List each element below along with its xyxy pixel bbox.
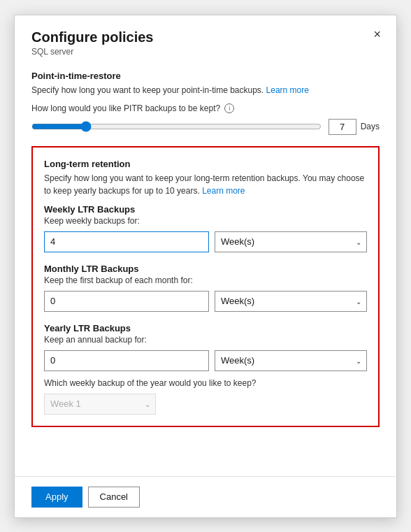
yearly-ltr-title: Yearly LTR Backups bbox=[44, 323, 367, 333]
which-week-label: Which weekly backup of the year would yo… bbox=[44, 378, 367, 388]
dialog-title: Configure policies bbox=[31, 29, 380, 45]
configure-policies-dialog: × Configure policies SQL server Point-in… bbox=[14, 15, 397, 518]
weekly-ltr-desc: Keep weekly backups for: bbox=[44, 216, 367, 226]
monthly-ltr-value-input[interactable] bbox=[44, 291, 209, 312]
weekly-ltr-title: Weekly LTR Backups bbox=[44, 204, 367, 215]
cancel-button[interactable]: Cancel bbox=[88, 487, 140, 508]
monthly-ltr-desc: Keep the first backup of each month for: bbox=[44, 275, 367, 285]
yearly-ltr-value-input[interactable] bbox=[44, 350, 209, 371]
week1-select-wrap: Week 1 Week 2 Week 3 Week 4 ⌄ bbox=[44, 394, 156, 415]
close-button[interactable]: × bbox=[370, 27, 384, 42]
week1-select: Week 1 Week 2 Week 3 Week 4 bbox=[44, 394, 156, 415]
pitr-description: Specify how long you want to keep your p… bbox=[31, 84, 380, 96]
pitr-section-title: Point-in-time-restore bbox=[31, 71, 380, 81]
yearly-ltr-unit-wrap: Week(s) Month(s) Year(s) ⌄ bbox=[215, 350, 367, 371]
ltr-title: Long-term retention bbox=[44, 159, 367, 169]
weekly-ltr-subsection: Weekly LTR Backups Keep weekly backups f… bbox=[44, 204, 367, 252]
weekly-ltr-unit-select[interactable]: Week(s) Month(s) Year(s) bbox=[215, 231, 367, 252]
monthly-ltr-subsection: Monthly LTR Backups Keep the first backu… bbox=[44, 264, 367, 312]
ltr-learn-more-link[interactable]: Learn more bbox=[202, 186, 245, 196]
yearly-ltr-desc: Keep an annual backup for: bbox=[44, 335, 367, 345]
pitr-question: How long would you like PITR backups to … bbox=[31, 103, 380, 113]
ltr-section: Long-term retention Specify how long you… bbox=[31, 146, 380, 427]
monthly-ltr-unit-wrap: Week(s) Month(s) Year(s) ⌄ bbox=[215, 291, 367, 312]
pitr-slider-row: Days bbox=[31, 119, 380, 135]
weekly-ltr-value-input[interactable] bbox=[44, 231, 209, 252]
dialog-header: Configure policies SQL server bbox=[15, 15, 396, 65]
weekly-ltr-input-row: Week(s) Month(s) Year(s) ⌄ bbox=[44, 231, 367, 252]
dialog-content: Point-in-time-restore Specify how long y… bbox=[15, 65, 396, 476]
pitr-days-label: Days bbox=[361, 122, 380, 131]
dialog-subtitle: SQL server bbox=[31, 47, 380, 57]
ltr-description: Specify how long you want to keep your l… bbox=[44, 172, 367, 197]
dialog-footer: Apply Cancel bbox=[15, 476, 396, 517]
pitr-section: Point-in-time-restore Specify how long y… bbox=[31, 71, 380, 135]
yearly-ltr-input-row: Week(s) Month(s) Year(s) ⌄ bbox=[44, 350, 367, 371]
yearly-ltr-subsection: Yearly LTR Backups Keep an annual backup… bbox=[44, 323, 367, 415]
monthly-ltr-title: Monthly LTR Backups bbox=[44, 264, 367, 274]
pitr-days-wrap: Days bbox=[329, 119, 380, 135]
monthly-ltr-input-row: Week(s) Month(s) Year(s) ⌄ bbox=[44, 291, 367, 312]
apply-button[interactable]: Apply bbox=[31, 487, 82, 508]
pitr-days-input[interactable] bbox=[329, 119, 356, 135]
pitr-slider[interactable] bbox=[31, 121, 322, 132]
pitr-learn-more-link[interactable]: Learn more bbox=[266, 85, 309, 95]
monthly-ltr-unit-select[interactable]: Week(s) Month(s) Year(s) bbox=[215, 291, 367, 312]
weekly-ltr-unit-wrap: Week(s) Month(s) Year(s) ⌄ bbox=[215, 231, 367, 252]
pitr-info-icon[interactable]: i bbox=[224, 103, 234, 113]
yearly-ltr-unit-select[interactable]: Week(s) Month(s) Year(s) bbox=[215, 350, 367, 371]
